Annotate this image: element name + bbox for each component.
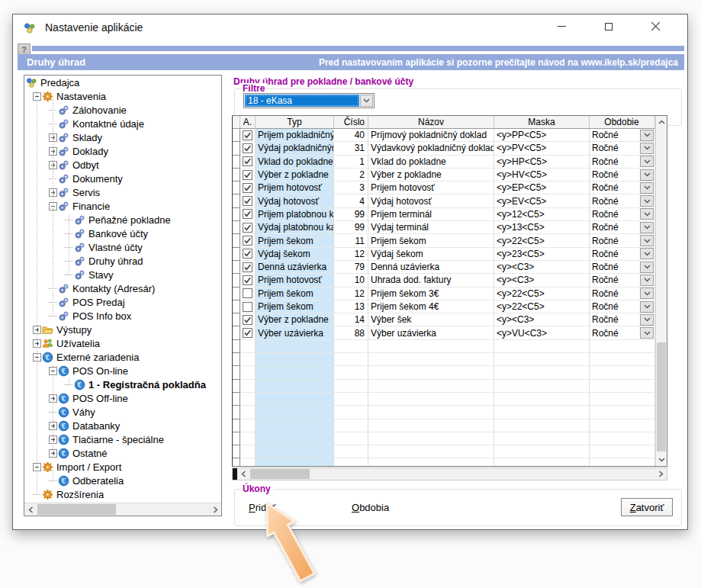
cislo-cell[interactable]: 12 [334, 248, 368, 261]
tree-item-v-stupy[interactable]: Výstupy [24, 323, 221, 336]
nazov-cell[interactable]: Výber z pokladne [368, 169, 494, 182]
obdobie-dropdown-button[interactable] [640, 222, 654, 233]
tree-item-tla-iarne-peci-lne[interactable]: €Tlačiarne - špeciálne [24, 432, 221, 446]
obdobie-cell[interactable]: Ročné [590, 326, 655, 339]
obdobie-dropdown-button[interactable] [640, 143, 654, 154]
row-selector[interactable] [233, 248, 240, 261]
maska-cell[interactable]: <y>VU<C3> [494, 326, 590, 339]
checkbox-checked[interactable] [243, 236, 252, 246]
cislo-cell[interactable]: 11 [334, 234, 368, 247]
maska-cell[interactable]: <y><C3> [494, 274, 590, 287]
nazov-cell[interactable]: Denná uzávierka [368, 261, 494, 274]
obdobie-cell[interactable]: Ročné [590, 313, 655, 326]
minimize-button[interactable] [545, 14, 578, 38]
checkbox-checked[interactable] [243, 328, 252, 338]
typ-cell[interactable]: Prijem šekom [256, 300, 334, 313]
checkbox-checked[interactable] [243, 262, 252, 272]
tree-item-druhy-hrad[interactable]: Druhy úhrad [24, 254, 221, 268]
maska-cell[interactable]: <y>23<C5> [494, 248, 590, 261]
tree-item-extern-zariadenia[interactable]: €Externé zariadenia [24, 350, 221, 364]
checkbox-checked[interactable] [243, 170, 252, 180]
obdobie-dropdown-button[interactable] [640, 169, 654, 181]
table-hscroll-track[interactable] [249, 468, 654, 480]
table-row[interactable]: Prijem platobnou karto99Prijem terminál<… [233, 208, 655, 221]
typ-cell[interactable]: Výdaj platobnou karto [256, 221, 334, 234]
table-row[interactable]: Prijem šekom12Prijem šekom 3€<y>22<C5>Ro… [233, 288, 655, 300]
tree-item-import-export[interactable]: Import / Export [24, 460, 221, 474]
obdobie-cell[interactable]: Ročné [590, 288, 655, 300]
typ-cell[interactable]: Prijem pokladničným do [256, 129, 334, 142]
checkbox-checked[interactable] [243, 183, 252, 193]
tree-item-databanky[interactable]: €Databanky [24, 419, 221, 432]
checkbox-checked[interactable] [243, 249, 252, 259]
row-selector[interactable] [233, 274, 240, 287]
tree-item-financie[interactable]: Financie [24, 199, 221, 213]
row-selector[interactable] [233, 129, 240, 142]
cislo-cell[interactable]: 88 [334, 326, 368, 339]
typ-cell[interactable]: Výdaj pokladničným do [256, 142, 334, 155]
row-selector[interactable] [233, 194, 240, 207]
nazov-cell[interactable]: Výdaj hotovosť [368, 194, 494, 207]
header-active[interactable]: A. [240, 116, 256, 129]
combo-dropdown-button[interactable] [360, 95, 373, 107]
checkbox-checked[interactable] [243, 223, 252, 233]
obdobie-dropdown-button[interactable] [640, 301, 654, 313]
nazov-cell[interactable]: Prijem hotovosť [368, 182, 494, 194]
typ-cell[interactable]: Prijem hotovosť [256, 274, 334, 287]
typ-cell[interactable]: Prijem hotovosť [256, 182, 334, 194]
tree-scroll-track[interactable] [37, 503, 209, 516]
obdobie-dropdown-button[interactable] [640, 195, 654, 207]
row-selector[interactable] [233, 313, 240, 326]
cislo-cell[interactable]: 99 [334, 208, 368, 221]
typ-cell[interactable]: Výdaj hotovosť [256, 194, 334, 207]
obdobie-cell[interactable]: Ročné [590, 248, 655, 261]
obdobie-cell[interactable]: Ročné [590, 142, 655, 155]
row-selector[interactable] [233, 208, 240, 221]
maska-cell[interactable]: <y>PV<C5> [494, 142, 590, 155]
close-dialog-button[interactable]: Zatvoriť [621, 498, 673, 516]
nazov-cell[interactable]: Výber uzávierka [368, 326, 494, 339]
table-row[interactable]: Výber z pokladne2Výber z pokladne<y>HV<C… [233, 169, 655, 182]
maska-cell[interactable]: <y>EV<C5> [494, 194, 590, 207]
header-obdobie[interactable]: Obdobie [590, 116, 655, 129]
obdobie-cell[interactable]: Ročné [590, 182, 655, 194]
nazov-cell[interactable]: Uhrada dod. faktury [368, 274, 494, 287]
nazov-cell[interactable]: Prijem šekom [368, 234, 494, 247]
maska-cell[interactable]: <y><C3> [494, 261, 590, 274]
checkbox-checked[interactable] [243, 143, 252, 153]
obdobie-dropdown-button[interactable] [640, 288, 654, 299]
header-cislo[interactable]: Číslo [334, 116, 368, 129]
scroll-up-icon[interactable] [656, 116, 667, 128]
scroll-left-icon[interactable] [24, 503, 37, 516]
table-row[interactable]: Prijem hotovosť10Uhrada dod. faktury<y><… [233, 274, 655, 287]
obdobie-cell[interactable]: Ročné [590, 169, 655, 182]
cislo-cell[interactable]: 99 [334, 221, 368, 234]
typ-cell[interactable]: Prijem šekom [256, 234, 334, 247]
tree-item-kontakty-adres-r[interactable]: Kontakty (Adresár) [24, 281, 221, 295]
table-row[interactable]: Denná uzávierka79Denná uzávierka<y><C3>R… [233, 261, 655, 274]
tree-item-z-lohovanie[interactable]: Zálohovanie [24, 103, 221, 117]
tree-item-dokumenty[interactable]: Dokumenty [24, 172, 221, 185]
close-button[interactable] [638, 14, 672, 38]
row-selector[interactable] [233, 300, 240, 313]
maska-cell[interactable]: <y>22<C5> [494, 234, 590, 247]
tree-item-u-vatelia[interactable]: Užívatelia [24, 336, 221, 350]
tree-item-v-hy[interactable]: €Váhy [24, 405, 221, 419]
row-selector[interactable] [233, 234, 240, 247]
filter-combobox[interactable]: 18 - eKasa [243, 93, 375, 108]
typ-cell[interactable]: Výdaj šekom [256, 248, 334, 261]
typ-cell[interactable]: Prijem šekom [256, 288, 334, 300]
row-selector[interactable] [233, 261, 240, 274]
obdobie-cell[interactable]: Ročné [590, 221, 655, 234]
nazov-cell[interactable]: Prijem terminál [368, 208, 494, 221]
typ-cell[interactable]: Výber z pokladne [256, 313, 334, 326]
header-nazov[interactable]: Názov [368, 116, 494, 129]
checkbox-checked[interactable] [243, 156, 252, 166]
obdobie-cell[interactable]: Ročné [590, 261, 655, 274]
row-selector[interactable] [233, 142, 240, 155]
obdobie-dropdown-button[interactable] [640, 130, 654, 141]
tree-item-ostatn[interactable]: €Ostatné [24, 446, 221, 460]
obdobie-dropdown-button[interactable] [640, 182, 654, 194]
tree-item-predajca[interactable]: Predajca [24, 76, 221, 89]
header-typ[interactable]: Typ [256, 116, 334, 129]
